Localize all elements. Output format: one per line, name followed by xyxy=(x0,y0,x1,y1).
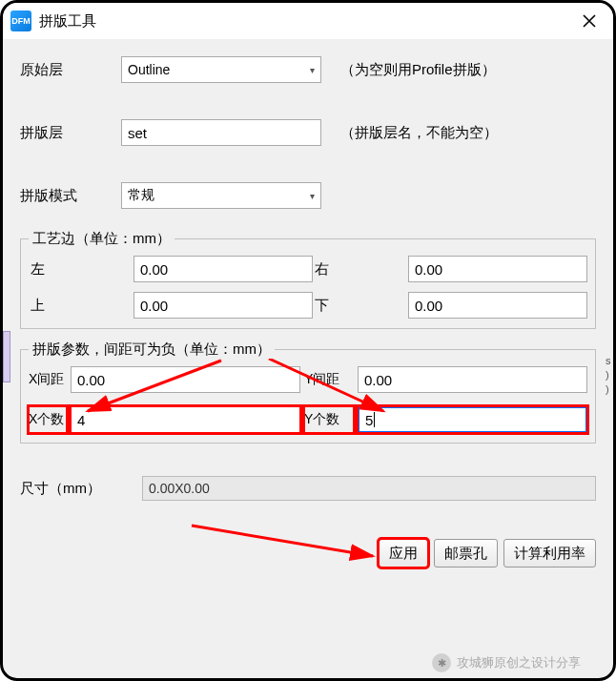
label-edge-bottom: 下 xyxy=(313,297,408,315)
combo-panel-mode-value: 常规 xyxy=(128,187,154,204)
combo-original-layer-value: Outline xyxy=(128,62,170,77)
label-edge-right: 右 xyxy=(313,260,408,279)
input-edge-right-value: 0.00 xyxy=(415,261,442,278)
input-panel-layer[interactable]: set xyxy=(121,119,321,146)
watermark: ✱ 攻城狮原创之设计分享 xyxy=(432,653,581,672)
content-area: 原始层 Outline ▾ （为空则用Profile拼版） 拼版层 set （拼… xyxy=(3,39,613,577)
close-button[interactable] xyxy=(569,6,609,36)
wechat-icon: ✱ xyxy=(432,653,451,672)
input-edge-right[interactable]: 0.00 xyxy=(408,256,587,282)
button-bar: 应用 邮票孔 计算利用率 xyxy=(20,539,596,568)
input-panel-layer-value: set xyxy=(128,125,147,141)
label-x-gap: X间距 xyxy=(29,371,67,388)
label-panel-layer: 拼版层 xyxy=(20,124,121,142)
input-edge-top-value: 0.00 xyxy=(140,298,168,314)
input-x-count[interactable]: 4 xyxy=(71,406,300,433)
hint-panel-layer: （拼版层名，不能为空） xyxy=(340,124,498,142)
row-panel-layer: 拼版层 set （拼版层名，不能为空） xyxy=(20,119,596,146)
input-edge-bottom[interactable]: 0.00 xyxy=(408,292,587,319)
label-panel-mode: 拼版模式 xyxy=(20,187,121,205)
label-edge-top: 上 xyxy=(29,297,133,315)
input-x-gap[interactable]: 0.00 xyxy=(71,366,300,393)
label-original-layer: 原始层 xyxy=(20,61,121,79)
dialog-window: s)) DFM 拼版工具 原始层 Outline ▾ （为空则用Profile拼… xyxy=(0,0,616,681)
chevron-down-icon: ▾ xyxy=(310,191,315,201)
stamp-hole-button[interactable]: 邮票孔 xyxy=(434,539,498,568)
row-original-layer: 原始层 Outline ▾ （为空则用Profile拼版） xyxy=(20,56,596,83)
input-x-gap-value: 0.00 xyxy=(77,372,105,388)
input-x-count-value: 4 xyxy=(77,412,85,428)
row-size: 尺寸（mm） 0.00X0.00 xyxy=(20,476,596,501)
group-panel-params: 拼版参数，间距可为负（单位：mm） X间距 0.00 Y间距 0.00 X个数 … xyxy=(20,340,596,444)
label-size: 尺寸（mm） xyxy=(20,480,142,498)
group-process-edge: 工艺边（单位：mm） 左 0.00 右 0.00 上 0.00 下 0.00 xyxy=(20,230,596,329)
label-x-count: X个数 xyxy=(29,406,67,433)
annotation-arrow-apply xyxy=(1,522,401,579)
label-edge-left: 左 xyxy=(29,260,133,279)
label-y-count: Y个数 xyxy=(304,406,354,433)
input-y-count-value: 5 xyxy=(365,412,373,428)
combo-original-layer[interactable]: Outline ▾ xyxy=(121,56,321,83)
combo-panel-mode[interactable]: 常规 ▾ xyxy=(121,182,321,209)
app-icon: DFM xyxy=(10,10,31,31)
close-icon xyxy=(583,14,596,28)
row-panel-mode: 拼版模式 常规 ▾ xyxy=(20,182,596,209)
svg-line-2 xyxy=(192,526,373,556)
text-cursor xyxy=(374,412,375,427)
chevron-down-icon: ▾ xyxy=(310,65,315,75)
input-y-gap-value: 0.00 xyxy=(364,372,392,388)
value-size: 0.00X0.00 xyxy=(142,476,596,501)
input-edge-left-value: 0.00 xyxy=(140,261,168,278)
input-edge-left[interactable]: 0.00 xyxy=(133,256,313,282)
legend-panel-params: 拼版参数，间距可为负（单位：mm） xyxy=(29,340,275,359)
input-y-gap[interactable]: 0.00 xyxy=(358,366,587,393)
input-edge-top[interactable]: 0.00 xyxy=(133,292,313,319)
hint-original-layer: （为空则用Profile拼版） xyxy=(340,61,496,79)
input-y-count[interactable]: 5 xyxy=(358,406,587,433)
watermark-text: 攻城狮原创之设计分享 xyxy=(457,654,581,671)
calc-usage-button[interactable]: 计算利用率 xyxy=(503,539,596,568)
titlebar: DFM 拼版工具 xyxy=(3,3,613,39)
apply-button[interactable]: 应用 xyxy=(379,539,428,568)
window-title: 拼版工具 xyxy=(39,12,96,31)
label-y-gap: Y间距 xyxy=(304,371,354,388)
legend-process-edge: 工艺边（单位：mm） xyxy=(29,230,175,248)
input-edge-bottom-value: 0.00 xyxy=(415,298,442,314)
